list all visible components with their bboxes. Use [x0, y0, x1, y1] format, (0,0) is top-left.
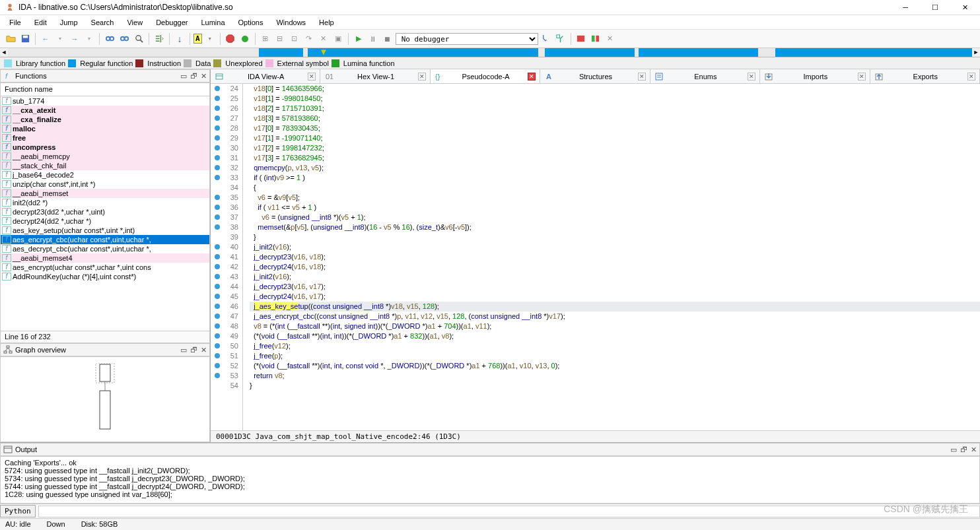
function-row[interactable]: ffree: [1, 133, 209, 143]
function-row[interactable]: funcompress: [1, 143, 209, 152]
code-line[interactable]: v17[1] = -199071140;: [250, 133, 980, 143]
breakpoint-icon[interactable]: [215, 284, 220, 289]
dbg6-icon[interactable]: ▣: [332, 32, 345, 46]
tab-structures[interactable]: AStructures✕: [540, 69, 650, 83]
tb-a-icon[interactable]: [575, 32, 588, 46]
dbg2-icon[interactable]: ⊟: [273, 32, 287, 46]
xref-icon[interactable]: [153, 32, 166, 46]
close-button[interactable]: ✕: [956, 2, 975, 13]
breakpoint-icon[interactable]: [215, 215, 220, 220]
breakpoint-icon[interactable]: [215, 165, 220, 170]
tb-c-icon[interactable]: ✕: [604, 32, 617, 46]
code-line[interactable]: v18[1] = -998018450;: [250, 94, 980, 104]
tab-pseudocode-a[interactable]: {}Pseudocode-A✕: [431, 69, 540, 83]
back-icon[interactable]: ←: [39, 32, 52, 46]
gpanel-max-icon[interactable]: 🗗: [190, 346, 197, 354]
breakpoint-icon[interactable]: [215, 274, 220, 279]
stop2-icon[interactable]: ⏹: [381, 32, 394, 46]
breakpoint-icon[interactable]: [215, 135, 220, 141]
tab-imports[interactable]: Imports✕: [760, 69, 870, 83]
function-row[interactable]: fdecrypt24(dd2 *,uchar *): [1, 216, 209, 226]
code-line[interactable]: v17[0] = 783930435;: [250, 123, 980, 133]
code-line[interactable]: j_init2(v16);: [250, 272, 980, 282]
maximize-button[interactable]: ☐: [925, 2, 945, 13]
breakpoint-icon[interactable]: [215, 106, 220, 111]
gpanel-close-icon[interactable]: ✕: [201, 346, 207, 354]
breakpoint-icon[interactable]: [215, 244, 220, 249]
tab-hex-view-1[interactable]: 01Hex View-1✕: [320, 69, 430, 83]
tab-close-icon[interactable]: ✕: [308, 73, 316, 81]
step-out-icon[interactable]: [554, 32, 567, 46]
tab-ida-view-a[interactable]: IDA View-A✕: [211, 69, 320, 83]
tab-close-icon[interactable]: ✕: [858, 73, 866, 81]
function-row[interactable]: faes_encrypt_cbc(uchar const*,uint,uchar…: [1, 235, 209, 244]
breakpoint-icon[interactable]: [215, 323, 220, 329]
function-row[interactable]: fmalloc: [1, 124, 209, 133]
nav-right-icon[interactable]: ►: [972, 48, 980, 57]
pause-icon[interactable]: ⏸: [367, 32, 380, 46]
open-icon[interactable]: [4, 32, 17, 46]
code-line[interactable]: qmemcpy(p, v13, v5);: [250, 163, 980, 173]
debugger-select[interactable]: No debugger: [396, 33, 538, 45]
opanel-max-icon[interactable]: 🗗: [960, 446, 967, 454]
nav-strip[interactable]: ◄ ▼ ►: [0, 48, 980, 57]
save-icon[interactable]: [18, 32, 32, 46]
code-line[interactable]: v6 = &v9[v5];: [250, 193, 980, 203]
code-line[interactable]: return v8;: [250, 371, 980, 381]
function-row[interactable]: fAddRoundKey(uchar (*)[4],uint const*): [1, 272, 209, 281]
output-body[interactable]: Caching 'Exports'... ok5724: using guess…: [0, 456, 980, 504]
menu-debugger[interactable]: Debugger: [149, 17, 194, 28]
panel-max-icon[interactable]: 🗗: [190, 72, 197, 81]
panel-close-icon[interactable]: ✕: [201, 72, 207, 81]
python-input[interactable]: [38, 506, 980, 517]
back-dd-icon[interactable]: ▼: [53, 32, 67, 46]
breakpoint-icon[interactable]: [215, 343, 220, 348]
code-line[interactable]: j_decrypt23(v16, v18);: [250, 252, 980, 262]
function-row[interactable]: f__cxa_atexit: [1, 106, 209, 115]
breakpoint-icon[interactable]: [215, 145, 220, 150]
menu-view[interactable]: View: [120, 17, 149, 28]
function-list[interactable]: fsub_1774f__cxa_atexitf__cxa_finalizefma…: [1, 96, 209, 331]
code-line[interactable]: if ( v11 <= v5 + 1 ): [250, 203, 980, 213]
step-in-icon[interactable]: [540, 32, 553, 46]
function-row[interactable]: f__cxa_finalize: [1, 115, 209, 124]
highlight-marker[interactable]: A: [193, 34, 202, 44]
code-line[interactable]: v18[2] = 1715710391;: [250, 104, 980, 114]
tab-enums[interactable]: Enums✕: [650, 69, 760, 83]
menu-options[interactable]: Options: [232, 17, 270, 28]
code-line[interactable]: j_free(v12);: [250, 341, 980, 351]
code-line[interactable]: }: [250, 381, 980, 391]
graph-overview[interactable]: [0, 356, 210, 442]
tab-close-icon[interactable]: ✕: [418, 73, 426, 81]
tab-close-icon[interactable]: ✕: [967, 73, 975, 81]
tab-close-icon[interactable]: ✕: [748, 73, 755, 81]
code-line[interactable]: v6 = (unsigned __int8 *)(v5 + 1);: [250, 213, 980, 222]
binoculars-icon[interactable]: [103, 32, 116, 46]
down-arrow-icon[interactable]: ↓: [173, 32, 186, 46]
dbg3-icon[interactable]: ⊡: [288, 32, 301, 46]
run-icon[interactable]: [238, 32, 252, 46]
code-line[interactable]: (*(void (__fastcall **)(int, int))(*(_DW…: [250, 331, 980, 341]
gpanel-float-icon[interactable]: ▭: [180, 346, 187, 354]
dbg4-icon[interactable]: ↷: [302, 32, 316, 46]
breakpoint-icon[interactable]: [215, 373, 220, 378]
minimize-button[interactable]: ─: [896, 2, 915, 13]
code-line[interactable]: v17[2] = 1998147232;: [250, 143, 980, 153]
code-line[interactable]: v17[3] = 1763682945;: [250, 153, 980, 163]
panel-float-icon[interactable]: ▭: [180, 72, 187, 81]
breakpoint-icon[interactable]: [215, 195, 220, 200]
breakpoint-icon[interactable]: [215, 175, 220, 180]
code-line[interactable]: v8 = (*(int (__fastcall **)(int, signed …: [250, 321, 980, 331]
breakpoint-icon[interactable]: [215, 96, 220, 101]
binoculars2-icon[interactable]: [118, 32, 131, 46]
menu-lumina[interactable]: Lumina: [194, 17, 231, 28]
menu-file[interactable]: File: [3, 17, 28, 28]
function-row[interactable]: faes_encrypt(uchar const*,uchar *,uint c…: [1, 263, 209, 272]
breakpoint-icon[interactable]: [215, 353, 220, 358]
code-line[interactable]: }: [250, 232, 980, 242]
fwd-dd-icon[interactable]: ▼: [83, 32, 96, 46]
nav-left-icon[interactable]: ◄: [0, 48, 8, 57]
code-view[interactable]: 2425262728293031323334353637383940414243…: [211, 84, 980, 430]
code-line[interactable]: j_decrypt23(v16, v17);: [250, 282, 980, 292]
function-row[interactable]: f__aeabi_memset4: [1, 253, 209, 263]
